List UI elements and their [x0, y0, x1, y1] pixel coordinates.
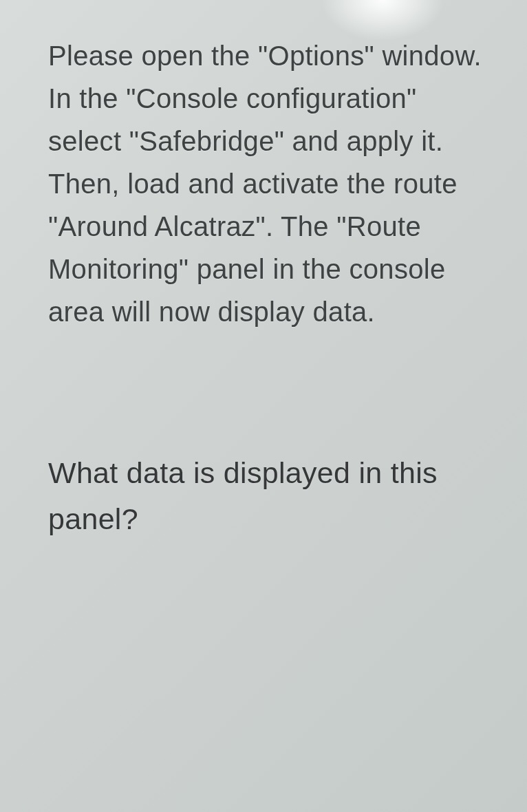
paragraph-spacer: [48, 333, 496, 450]
instruction-paragraph: Please open the "Options" window. In the…: [48, 34, 496, 333]
question-paragraph: What data is displayed in this panel?: [48, 450, 496, 542]
